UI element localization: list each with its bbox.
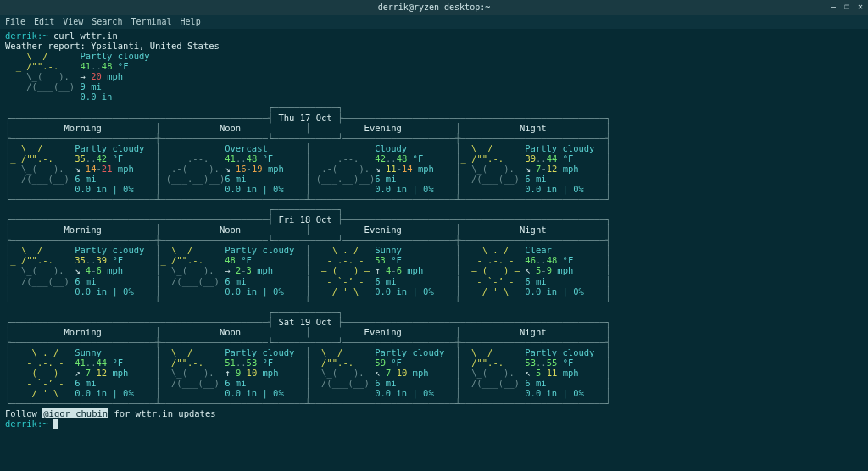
menu-search[interactable]: Search [92, 17, 122, 27]
day-1-row-0: │ \ / Partly cloudy │ \ / Partly cloudy … [5, 245, 863, 255]
day-1-header-row: │ Morning │ Noon │ Evening │ Night │ [5, 224, 863, 235]
window-title: derrik@ryzen-desktop:~ [378, 3, 490, 13]
day-2-row-3: │ ‑ `-’ - 6 mi │ /(___(__) 6 mi │ /(___(… [5, 378, 863, 388]
day-1-row-2: │ \_( ). ↘ 4-6 mph │ \_( ). → 2-3 mph │ … [5, 265, 863, 275]
menu-edit[interactable]: Edit [34, 17, 54, 27]
twitter-handle[interactable]: @igor_chubin [42, 408, 108, 418]
day-2-row-2: │ ― ( ) ― ↗ 7-12 mph │ \_( ). ↑ 9-10 mph… [5, 368, 863, 378]
day-1-row-1: │_ /"".-. 35..39 °F │_ /"".-. 48 °F │ - … [5, 255, 863, 265]
window-minimize-icon[interactable]: — [831, 2, 836, 12]
day-0-row-2: │ \_( ). ↘ 14-21 mph │ .-( ). ↘ 16-19 mp… [5, 163, 863, 174]
menubar: File Edit View Search Terminal Help [0, 15, 868, 29]
window-titlebar: derrik@ryzen-desktop:~ — ❐ ✕ [0, 0, 868, 15]
cursor-block[interactable] [53, 419, 58, 429]
current-cond-row: \ / Partly cloudy [5, 51, 863, 61]
menu-terminal[interactable]: Terminal [131, 17, 171, 27]
menu-help[interactable]: Help [181, 17, 201, 27]
day-0-row-3: │ /(___(__) 6 mi │ (___.__)__)6 mi │ (__… [5, 174, 863, 184]
menu-view[interactable]: View [63, 17, 83, 27]
window-close-icon[interactable]: ✕ [858, 2, 863, 12]
day-2-row-1: │ - .-. - 41..44 °F │_ /"".-. 51..53 °F … [5, 357, 863, 368]
day-0-row-0: │ \ / Partly cloudy │ Overcast │ Cloudy … [5, 143, 863, 153]
day-1-row-3: │ /(___(__) 6 mi │ /(___(__) 6 mi │ ‑ `-… [5, 276, 863, 286]
day-0-row-4: │ 0.0 in | 0% │ 0.0 in | 0% │ 0.0 in | 0… [5, 184, 863, 194]
terminal-output[interactable]: derrik:~ curl wttr.inWeather report: Yps… [0, 29, 868, 434]
window-maximize-icon[interactable]: ❐ [844, 2, 849, 12]
day-2-header-row: │ Morning │ Noon │ Evening │ Night │ [5, 327, 863, 337]
menu-file[interactable]: File [5, 17, 25, 27]
day-2-row-4: │ / ' \ 0.0 in | 0% │ 0.0 in | 0% │ 0.0 … [5, 388, 863, 398]
day-0-row-1: │_ /"".-. 35..42 °F │ .--. 41..48 °F │ .… [5, 153, 863, 163]
day-2-row-0: │ \ . / Sunny │ \ / Partly cloudy │ \ / … [5, 347, 863, 357]
day-1-row-4: │ 0.0 in | 0% │ 0.0 in | 0% │ / ' \ 0.0 … [5, 286, 863, 296]
day-0-header-row: │ Morning │ Noon │ Evening │ Night │ [5, 123, 863, 133]
